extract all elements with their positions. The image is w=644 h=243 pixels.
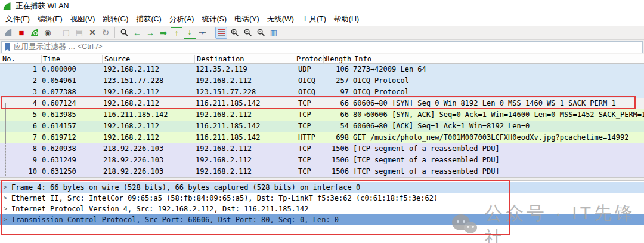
capture-options-icon[interactable]: ◉ xyxy=(42,27,54,39)
menu-wireless[interactable]: 无线(W) xyxy=(267,14,294,24)
packet-row-7[interactable]: 70.619712192.168.2.112116.211.185.142HTT… xyxy=(0,132,644,143)
open-file-icon[interactable]: ▢ xyxy=(60,27,72,39)
go-back-icon[interactable]: ← xyxy=(131,27,143,39)
wireshark-logo-icon xyxy=(3,2,12,11)
menu-view[interactable]: 视图(V) xyxy=(70,14,95,24)
column-divider[interactable] xyxy=(323,55,324,63)
zoom-out-icon[interactable] xyxy=(242,27,253,39)
col-destination[interactable]: Destination xyxy=(197,54,244,64)
menu-bar: 文件(F) 编辑(E) 视图(V) 跳转(G) 捕获(C) 分析(A) 统计(S… xyxy=(0,13,644,26)
column-divider[interactable] xyxy=(102,55,103,63)
chevron-right-icon[interactable]: > xyxy=(4,204,7,214)
menu-go[interactable]: 跳转(G) xyxy=(103,14,128,24)
restart-capture-icon[interactable] xyxy=(29,27,41,39)
zoom-in-icon[interactable] xyxy=(228,27,240,39)
column-divider[interactable] xyxy=(352,55,352,63)
related-packets-dashed-line xyxy=(5,142,6,176)
toolbar-separator xyxy=(57,27,57,38)
title-bar: 正在捕获 WLAN xyxy=(0,0,644,13)
menu-analyze[interactable]: 分析(A) xyxy=(169,14,194,24)
packet-row-8[interactable]: 80.620938218.92.226.103192.168.2.112TCP1… xyxy=(0,143,644,155)
col-time[interactable]: Time xyxy=(43,54,60,64)
menu-help[interactable]: 帮助(H) xyxy=(334,14,359,24)
col-no[interactable]: No. xyxy=(2,54,16,64)
auto-scroll-icon[interactable]: ▼ xyxy=(197,27,209,39)
packet-row-10[interactable]: 100.631250218.92.226.103192.168.2.112TCP… xyxy=(0,166,644,177)
window-title: 正在捕获 WLAN xyxy=(16,1,69,11)
col-source[interactable]: Source xyxy=(104,54,130,64)
menu-file[interactable]: 文件(F) xyxy=(5,14,30,24)
col-length[interactable]: Length xyxy=(326,54,351,64)
zoom-normal-icon[interactable] xyxy=(255,27,267,39)
column-divider[interactable] xyxy=(295,55,295,63)
chevron-right-icon[interactable]: > xyxy=(4,182,7,193)
go-last-packet-icon[interactable]: ↓ xyxy=(184,27,196,39)
packet-list: 10.000000192.168.2.112121.35.2.119UDP106… xyxy=(0,64,644,177)
packet-list-header: No. Time Source Destination Protocol Len… xyxy=(0,54,644,64)
packet-row-1[interactable]: 10.000000192.168.2.112121.35.2.119UDP106… xyxy=(0,64,644,75)
stop-capture-icon[interactable]: ■ xyxy=(16,27,27,39)
packet-row-4-selected[interactable]: 40.607124192.168.2.112116.211.185.142TCP… xyxy=(0,98,644,109)
watermark-text: 公众号 · IT先锋社 xyxy=(485,201,644,243)
colorize-packets-icon[interactable] xyxy=(215,27,227,39)
go-forward-icon[interactable]: → xyxy=(144,27,156,39)
filter-bar: 应用显示过滤器 … <Ctrl-/> xyxy=(0,40,644,54)
find-packet-icon[interactable] xyxy=(118,27,130,39)
reload-icon[interactable]: ↻ xyxy=(100,27,112,39)
packet-row-6[interactable]: 60.614157192.168.2.112116.211.185.142TCP… xyxy=(0,121,644,132)
packet-row-3[interactable]: 30.077388192.168.2.112123.151.77.228OICQ… xyxy=(0,87,644,98)
menu-edit[interactable]: 编辑(E) xyxy=(38,14,63,24)
toolbar-separator xyxy=(212,27,212,38)
packet-row-5[interactable]: 50.613985116.211.185.142192.168.2.112TCP… xyxy=(0,109,644,121)
chevron-right-icon[interactable]: > xyxy=(4,193,7,204)
chevron-right-icon[interactable]: > xyxy=(4,214,7,225)
detail-frame-line[interactable]: > Frame 4: 66 bytes on wire (528 bits), … xyxy=(0,182,644,193)
menu-statistics[interactable]: 统计(S) xyxy=(202,14,227,24)
display-filter-input[interactable]: 应用显示过滤器 … <Ctrl-/> xyxy=(1,41,643,53)
col-info[interactable]: Info xyxy=(354,54,371,64)
toolbar-separator xyxy=(114,27,115,38)
conversation-start-tick xyxy=(5,103,10,103)
menu-tools[interactable]: 工具(T) xyxy=(302,14,326,24)
watermark: 公众号 · IT先锋社 xyxy=(451,201,644,243)
wechat-bubbles-icon xyxy=(451,212,476,239)
save-file-icon[interactable]: ▤ xyxy=(73,27,85,39)
go-first-packet-icon[interactable]: ↑ xyxy=(171,27,182,39)
resize-columns-icon[interactable]: ▥ xyxy=(268,27,280,39)
packet-row-2[interactable]: 20.054961123.151.77.228192.168.2.112OICQ… xyxy=(0,75,644,87)
column-divider[interactable] xyxy=(41,55,42,63)
bookmark-icon[interactable] xyxy=(4,42,11,52)
filter-placeholder: 应用显示过滤器 … <Ctrl-/> xyxy=(14,42,103,52)
packet-row-9[interactable]: 90.631249218.92.226.103192.168.2.112TCP1… xyxy=(0,155,644,166)
menu-telephony[interactable]: 电话(Y) xyxy=(234,14,259,24)
column-divider[interactable] xyxy=(194,55,195,63)
wireshark-window: 正在捕获 WLAN 文件(F) 编辑(E) 视图(V) 跳转(G) 捕获(C) … xyxy=(0,0,644,243)
go-to-packet-icon[interactable]: ⇒ xyxy=(157,27,169,39)
start-capture-icon[interactable] xyxy=(2,27,14,39)
conversation-line xyxy=(5,103,6,142)
close-file-icon[interactable]: ✕ xyxy=(86,27,98,39)
menu-capture[interactable]: 捕获(C) xyxy=(136,14,161,24)
main-toolbar: ■ ◉ ▢ ▤ ✕ ↻ ← → ⇒ ↑ ↓ ▼ xyxy=(0,26,644,40)
